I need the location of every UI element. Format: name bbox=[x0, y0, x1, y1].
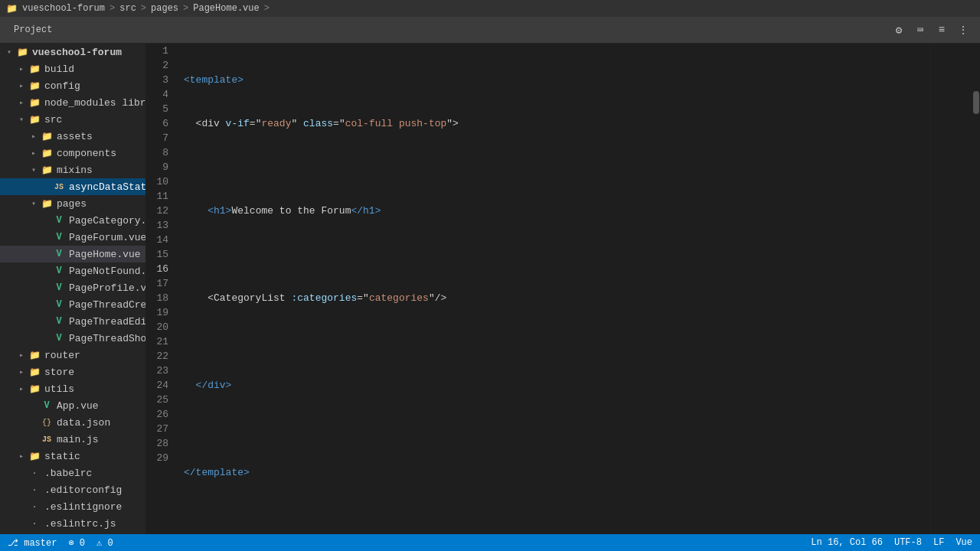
breadcrumb-pages[interactable]: pages bbox=[151, 3, 178, 14]
sidebar-label-PageThreadShow: PageThreadShow.vue bbox=[69, 333, 145, 344]
scrollbar-thumb[interactable] bbox=[973, 91, 979, 114]
sidebar-item-editorconfig[interactable]: ▸ · .editorconfig bbox=[0, 481, 145, 498]
sidebar-label-assets: assets bbox=[57, 131, 93, 142]
sidebar-label-PageProfile: PageProfile.vue bbox=[69, 282, 145, 294]
breadcrumb-sep-3: > bbox=[183, 3, 188, 14]
sidebar-label-pages: pages bbox=[57, 198, 87, 210]
arrow-icon: ▾ bbox=[28, 165, 40, 174]
code-line-2: <div v-if="ready" class="col-full push-t… bbox=[184, 116, 930, 131]
sidebar-item-babelrc[interactable]: ▸ · .babelrc bbox=[0, 465, 145, 481]
sidebar-item-router[interactable]: ▸ 📁 router bbox=[0, 347, 145, 364]
dot-file-icon: · bbox=[28, 483, 41, 497]
folder-open-icon: 📁 bbox=[40, 163, 54, 177]
sidebar-label-build: build bbox=[44, 64, 74, 75]
vue-file-icon: V bbox=[52, 230, 66, 244]
folder-open-icon: 📁 bbox=[40, 197, 54, 210]
editor-content[interactable]: 1 2 3 4 5 6 7 8 9 10 11 12 13 14 15 16 1… bbox=[145, 44, 980, 534]
sidebar-item-store[interactable]: ▸ 📁 store bbox=[0, 364, 145, 380]
toolbar: Project ⚙ ⌨ ≡ ⋮ bbox=[0, 17, 980, 44]
status-warnings[interactable]: ⚠ 0 bbox=[96, 537, 113, 549]
sidebar-item-PageThreadEdit[interactable]: ▸ V PageThreadEdit.vue bbox=[0, 313, 145, 330]
sidebar-item-PageProfile[interactable]: ▸ V PageProfile.vue bbox=[0, 279, 145, 296]
sidebar-label-dataJson: data.json bbox=[57, 417, 110, 429]
sidebar-item-components[interactable]: ▸ 📁 components bbox=[0, 145, 145, 161]
sidebar-item-mainJs[interactable]: ▸ JS main.js bbox=[0, 431, 145, 448]
breadcrumb-sep-2: > bbox=[141, 3, 146, 14]
vue-file-icon: V bbox=[52, 214, 66, 227]
sidebar-item-PageCategory[interactable]: ▸ V PageCategory.vue bbox=[0, 212, 145, 229]
folder-icon: 📁 bbox=[28, 62, 41, 76]
vue-file-icon: V bbox=[52, 331, 66, 345]
breadcrumb-project[interactable]: vueschool-forum bbox=[22, 3, 105, 14]
sidebar-label-babelrc: .babelrc bbox=[44, 468, 92, 479]
sidebar-item-PageThreadCreate[interactable]: ▸ V PageThreadCreate.vue bbox=[0, 296, 145, 313]
code-editor[interactable]: <template> <div v-if="ready" class="col-… bbox=[176, 44, 930, 534]
sidebar-item-eslintignore[interactable]: ▸ · .eslintignore bbox=[0, 498, 145, 515]
sidebar-label-config: config bbox=[44, 80, 80, 92]
code-line-3 bbox=[184, 160, 930, 174]
sidebar-label-PageHome: PageHome.vue bbox=[69, 249, 141, 260]
sidebar-item-static[interactable]: ▸ 📁 static bbox=[0, 448, 145, 465]
title-bar: 📁 vueschool-forum > src > pages > PageHo… bbox=[0, 0, 980, 17]
sidebar-item-src[interactable]: ▾ 📁 src bbox=[0, 111, 145, 128]
status-line-ending[interactable]: LF bbox=[933, 537, 944, 548]
file-tree-sidebar: ▾ 📁 vueschool-forum ▸ 📁 build ▸ 📁 config… bbox=[0, 44, 145, 534]
sidebar-item-dataJson[interactable]: ▸ {} data.json bbox=[0, 414, 145, 431]
menu-icon[interactable]: ≡ bbox=[933, 21, 951, 39]
folder-open-icon: 📁 bbox=[15, 45, 29, 59]
line-numbers: 1 2 3 4 5 6 7 8 9 10 11 12 13 14 15 16 1… bbox=[145, 44, 176, 534]
code-line-10: </template> bbox=[184, 465, 930, 480]
js-file-icon: JS bbox=[52, 180, 66, 194]
folder-icon: 📁 bbox=[40, 146, 54, 160]
sidebar-item-mixins[interactable]: ▾ 📁 mixins bbox=[0, 161, 145, 178]
sidebar-item-PageNotFound[interactable]: ▸ V PageNotFound.vue bbox=[0, 262, 145, 279]
status-encoding[interactable]: UTF-8 bbox=[894, 537, 922, 548]
breadcrumb-src[interactable]: src bbox=[119, 3, 136, 14]
breadcrumb-file[interactable]: PageHome.vue bbox=[193, 3, 259, 14]
more-icon[interactable]: ⋮ bbox=[954, 21, 972, 39]
sidebar-item-PageThreadShow[interactable]: ▸ V PageThreadShow.vue bbox=[0, 330, 145, 347]
vertical-scrollbar[interactable] bbox=[972, 44, 980, 534]
code-line-11 bbox=[184, 509, 930, 523]
sidebar-label-PageForum: PageForum.vue bbox=[69, 232, 145, 243]
sidebar-item-eslintrc[interactable]: ▸ · .eslintrc.js bbox=[0, 515, 145, 532]
vue-file-icon: V bbox=[52, 315, 66, 328]
sidebar-label-AppVue: App.vue bbox=[57, 400, 99, 412]
sidebar-label-PageThreadEdit: PageThreadEdit.vue bbox=[69, 316, 145, 328]
sidebar-label-eslintignore: .eslintignore bbox=[44, 501, 122, 513]
sidebar-item-PageHome[interactable]: ▸ V PageHome.vue bbox=[0, 246, 145, 262]
vue-file-icon: V bbox=[40, 399, 54, 412]
sidebar-item-build[interactable]: ▸ 📁 build bbox=[0, 60, 145, 77]
sidebar-item-config[interactable]: ▸ 📁 config bbox=[0, 77, 145, 94]
sidebar-label-root: vueschool-forum bbox=[32, 47, 122, 58]
sidebar-item-asyncDataStatus[interactable]: ▸ JS asyncDataStatus.js bbox=[0, 178, 145, 195]
sidebar-item-pages[interactable]: ▾ 📁 pages bbox=[0, 195, 145, 212]
code-line-5 bbox=[184, 247, 930, 262]
dot-file-icon: · bbox=[28, 500, 41, 514]
arrow-icon: ▸ bbox=[15, 452, 28, 461]
toolbar-project[interactable]: Project bbox=[8, 22, 58, 37]
status-language[interactable]: Vue bbox=[956, 537, 972, 548]
folder-icon: 📁 bbox=[28, 365, 41, 379]
sidebar-item-AppVue[interactable]: ▸ V App.vue bbox=[0, 397, 145, 414]
vue-file-icon: V bbox=[52, 264, 66, 278]
sidebar-label-editorconfig: .editorconfig bbox=[44, 484, 122, 496]
sidebar-item-utils[interactable]: ▸ 📁 utils bbox=[0, 380, 145, 397]
editor-area: 1 2 3 4 5 6 7 8 9 10 11 12 13 14 15 16 1… bbox=[145, 44, 980, 534]
sidebar-label-utils: utils bbox=[44, 383, 74, 395]
sidebar-item-node-modules[interactable]: ▸ 📁 node_modules library root bbox=[0, 94, 145, 111]
sidebar-item-PageForum[interactable]: ▸ V PageForum.vue bbox=[0, 229, 145, 246]
sidebar-label-store: store bbox=[44, 367, 74, 378]
status-branch[interactable]: ⎇ master bbox=[8, 537, 57, 549]
status-line-col[interactable]: Ln 16, Col 66 bbox=[811, 537, 883, 548]
status-errors[interactable]: ⊗ 0 bbox=[68, 537, 85, 549]
vue-file-icon: V bbox=[52, 281, 66, 295]
keyboard-icon[interactable]: ⌨ bbox=[911, 21, 929, 39]
sidebar-item-root[interactable]: ▾ 📁 vueschool-forum bbox=[0, 44, 145, 60]
sidebar-item-assets[interactable]: ▸ 📁 assets bbox=[0, 128, 145, 145]
arrow-icon: ▸ bbox=[28, 132, 40, 141]
code-line-9 bbox=[184, 422, 930, 436]
settings-icon[interactable]: ⚙ bbox=[890, 21, 908, 39]
code-line-8: </div> bbox=[184, 378, 930, 393]
code-line-6: <CategoryList :categories="categories"/> bbox=[184, 291, 930, 305]
